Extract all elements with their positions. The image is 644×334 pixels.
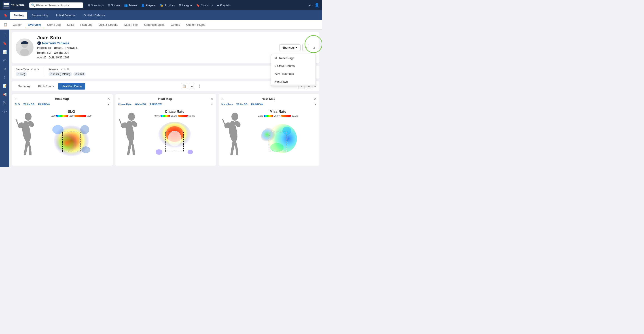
game-type-remove-icon[interactable]: ✕ — [37, 68, 39, 71]
svg-point-11 — [25, 113, 32, 121]
heatmap-metric-1[interactable]: SLG — [15, 103, 20, 106]
seasons-check-icon[interactable]: ✓ — [60, 68, 62, 71]
heatmap-container-2: Chase Rate 0.0% 25.0% 50.0% — [154, 110, 195, 157]
header-right: Shortcuts ▼ + ↺ Reset Page 2 Strike Coun… — [279, 44, 316, 51]
tab-infield-defense[interactable]: Infield Defense — [52, 12, 79, 19]
subtab-gamelog[interactable]: Game Log — [44, 22, 64, 28]
playlists-icon: ▶ — [217, 4, 219, 7]
bookmark-icon[interactable]: 🔖 — [4, 14, 8, 17]
seasons-remove-icon[interactable]: ✕ — [67, 68, 69, 71]
brand-name: TRUMEDIA — [11, 4, 25, 7]
heatmap-close-1[interactable]: ✕ — [107, 97, 110, 101]
subtab-career[interactable]: Career — [10, 22, 24, 28]
seasons-star-icon[interactable]: ☆ — [64, 68, 66, 71]
subtab-graphical-splits[interactable]: Graphical Splits — [142, 22, 167, 28]
heatmap-container-3: Miss Rate 0.0% 25.0% 50.0% — [258, 110, 298, 157]
heatmap-filter-icon-1[interactable]: ≡ — [15, 97, 16, 101]
tab-pitch-charts[interactable]: Pitch Charts — [35, 83, 58, 90]
heatmap-bg-1[interactable]: White BG — [24, 103, 35, 106]
heatmap-filter-icon-3[interactable]: ≡ — [222, 97, 223, 101]
heatmap-color-2[interactable]: RAINBOW — [150, 103, 162, 106]
subtab-comps[interactable]: Comps — [168, 22, 183, 28]
sidebar-chart-icon[interactable]: 📊 — [1, 48, 8, 56]
heatmap-card-slg: ≡ Heat Map ✕ SLG White BG RAINBOW ▼ — [12, 94, 113, 166]
tab-summary[interactable]: Summary — [15, 83, 34, 90]
shortcut-first-pitch[interactable]: First Pitch — [271, 78, 316, 86]
section-collapse-arrow[interactable]: ▲ — [312, 46, 316, 49]
batter-silhouette-1 — [15, 112, 37, 159]
tab-outfield-defense[interactable]: Outfield Defense — [80, 12, 109, 19]
sidebar-settings-icon[interactable]: ⚙ — [1, 65, 8, 73]
player-team[interactable]: NY New York Yankees — [37, 41, 78, 45]
search-input[interactable] — [36, 4, 81, 7]
svg-point-30 — [261, 127, 281, 145]
subtab-splits[interactable]: Splits — [64, 22, 77, 28]
lang-selector[interactable]: en — [309, 4, 312, 7]
subtab-custom-pages[interactable]: Custom Pages — [184, 22, 208, 28]
sidebar-megaphone-icon[interactable]: 📢 — [1, 91, 8, 98]
copy-icon[interactable]: 📋 — [4, 23, 8, 27]
heatmap-dropdown-arrow-1[interactable]: ▼ — [107, 103, 110, 106]
sidebar-image-icon[interactable]: 🖼 — [1, 99, 8, 107]
tab-baserunning[interactable]: Baserunning — [28, 12, 52, 19]
subtab-pitchlog[interactable]: Pitch Log — [78, 22, 95, 28]
heatmap-filter-icon-2[interactable]: ≡ — [118, 97, 120, 101]
tab-heatmap-demo[interactable]: HeatMap Demo — [58, 83, 85, 90]
nav-standings[interactable]: ⊞ Standings — [88, 4, 104, 7]
heatmap-dropdown-arrow-3[interactable]: ▼ — [314, 103, 317, 106]
copy-tab-icon[interactable]: 📋 — [181, 83, 188, 89]
svg-rect-0 — [4, 3, 6, 5]
search-box[interactable]: 🔍 — [29, 3, 83, 8]
svg-rect-3 — [4, 6, 9, 7]
heatmap-dropdown-arrow-2[interactable]: ▼ — [211, 103, 213, 106]
subtab-multifilter[interactable]: Multi-Filter — [122, 22, 141, 28]
sidebar-notes-icon[interactable]: 📝 — [1, 82, 8, 90]
nav-players[interactable]: 👤 Players — [141, 4, 155, 7]
user-icon[interactable]: 👤 — [314, 3, 319, 8]
heatmap-metric-2[interactable]: Chase Rate — [118, 103, 132, 106]
more-tab-icon[interactable]: ⋮ — [196, 83, 202, 89]
tag-x-2024[interactable]: ✕ — [50, 73, 52, 76]
sidebar-code-icon[interactable]: </> — [1, 108, 8, 115]
subtab-overview[interactable]: Overview — [25, 22, 44, 28]
sidebar-menu-icon[interactable]: ☰ — [1, 31, 8, 39]
nav-scores[interactable]: ⊟ Scores — [108, 4, 120, 7]
heatmap-bg-2[interactable]: White BG — [135, 103, 146, 106]
tag-x-reg[interactable]: ✕ — [18, 73, 20, 76]
heatmap-color-1[interactable]: RAINBOW — [38, 103, 50, 106]
yankees-logo-icon: NY — [37, 41, 41, 45]
add-shortcut-button[interactable]: + — [302, 44, 309, 51]
svg-line-12 — [16, 119, 18, 124]
tertiary-nav: 📋 Career Overview Game Log Splits Pitch … — [0, 20, 322, 30]
game-type-star-icon[interactable]: ☆ — [34, 68, 36, 71]
nav-league[interactable]: ⚙ League — [179, 4, 192, 7]
shortcut-reset-page[interactable]: ↺ Reset Page — [271, 54, 316, 62]
shortcuts-button[interactable]: Shortcuts ▼ — [279, 44, 300, 51]
svg-point-24 — [156, 149, 162, 155]
shortcut-2-strike-counts[interactable]: 2 Strike Counts — [271, 62, 316, 70]
shortcut-adv-heatmaps[interactable]: Adv Heatmaps — [271, 70, 316, 78]
tag-x-2023[interactable]: ✕ — [75, 73, 77, 76]
svg-point-32 — [282, 127, 291, 135]
heatmap-color-3[interactable]: RAINBOW — [251, 103, 263, 106]
svg-rect-1 — [6, 3, 9, 4]
filter-tag-2024: ✕ 2024 (Default) — [48, 72, 72, 76]
heatmap-bg-3[interactable]: White BG — [236, 103, 248, 106]
sidebar-bookmark-icon[interactable]: 🔖 — [1, 40, 8, 47]
cloud-tab-icon[interactable]: ☁ — [189, 83, 195, 89]
sidebar-help-icon[interactable]: ? — [1, 74, 8, 81]
reset-icon: ↺ — [275, 56, 277, 60]
subtab-occ-streaks[interactable]: Occ. & Streaks — [96, 22, 121, 28]
sidebar-filter-icon[interactable]: 🏷 — [1, 57, 8, 64]
nav-playlists[interactable]: ▶ Playlists — [217, 4, 230, 7]
game-type-check-icon[interactable]: ✓ — [31, 68, 33, 71]
shortcuts-dropdown-arrow: ▼ — [296, 46, 298, 49]
nav-shortcuts[interactable]: 🔖 Shortcuts — [196, 4, 213, 7]
heatmap-metric-3[interactable]: Miss Rate — [222, 103, 233, 106]
heatmap-close-3[interactable]: ✕ — [314, 97, 317, 101]
nav-umpires[interactable]: 🎭 Umpires — [160, 4, 175, 7]
tab-batting[interactable]: Batting — [10, 12, 27, 19]
nav-teams[interactable]: 👥 Teams — [124, 4, 137, 7]
scores-icon: ⊟ — [108, 4, 110, 7]
heatmap-close-2[interactable]: ✕ — [210, 97, 213, 101]
